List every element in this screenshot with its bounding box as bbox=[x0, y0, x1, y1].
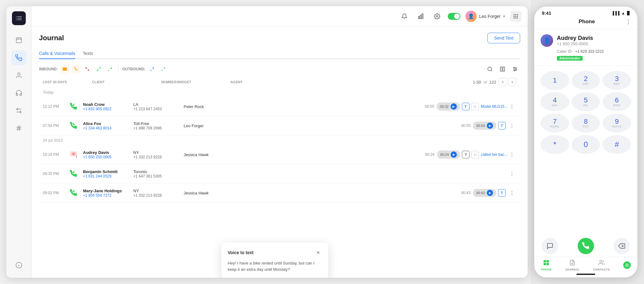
dial-key-1[interactable]: 1 bbox=[541, 71, 569, 90]
search-icon[interactable] bbox=[485, 64, 495, 74]
transcript-button[interactable]: T bbox=[498, 122, 506, 129]
svg-rect-31 bbox=[500, 67, 502, 71]
contact-avatar: 👤 bbox=[541, 34, 553, 47]
dial-key-9[interactable]: 9WXYZ bbox=[602, 114, 631, 133]
more-button[interactable]: ⋮ bbox=[508, 150, 516, 159]
settings-icon[interactable] bbox=[431, 11, 443, 22]
call-number: NY +1 332 213 9228 bbox=[133, 188, 184, 198]
filter-settings-icon[interactable] bbox=[510, 64, 520, 74]
battery-icon: ▉ bbox=[627, 11, 630, 15]
col-number[interactable]: NUMBER/WIDGET bbox=[161, 80, 205, 84]
dial-key-star[interactable]: * bbox=[541, 135, 569, 154]
filter-inbound-missed[interactable] bbox=[83, 65, 92, 74]
filter-inbound-received[interactable] bbox=[94, 65, 103, 74]
phone-nav-menu[interactable] bbox=[623, 261, 631, 270]
note-button[interactable]: □ bbox=[471, 103, 479, 110]
status-toggle[interactable] bbox=[448, 13, 460, 20]
phone-nav-contacts[interactable]: CONTACTS bbox=[593, 259, 610, 271]
dial-key-3[interactable]: 3DEF bbox=[602, 71, 631, 90]
client-phone: +1 831 244 0529 bbox=[83, 174, 133, 178]
call-agent: Jessica Hawk bbox=[184, 152, 425, 157]
dial-key-5[interactable]: 5JKL bbox=[572, 92, 600, 111]
inbound-label: INBOUND: bbox=[39, 67, 58, 71]
phone-nav-journal-icon bbox=[569, 259, 575, 267]
number-phone: +1 213 647 2453 bbox=[133, 107, 184, 111]
phone-nav: PHONE JOURNAL CONTACTS bbox=[534, 257, 637, 272]
voice-popup-text: Hey! I have a bike rented until Sunday, … bbox=[228, 260, 322, 272]
svg-rect-45 bbox=[547, 263, 549, 265]
dial-key-4[interactable]: 4GHI bbox=[541, 92, 569, 111]
dial-key-6[interactable]: 6MNO bbox=[602, 92, 631, 111]
table-row[interactable]: 09:02 PM Mary-Jane Holdings +1 855 550 7… bbox=[39, 183, 520, 203]
play-button[interactable]: ▶ bbox=[451, 151, 457, 158]
message-button[interactable] bbox=[542, 238, 558, 254]
play-button[interactable]: ▶ bbox=[487, 190, 493, 196]
pagination-prev[interactable]: ‹ bbox=[499, 78, 507, 86]
call-client: Mary-Jane Holdings +1 855 550 7272 bbox=[83, 188, 133, 198]
pagination-next[interactable]: › bbox=[508, 78, 516, 86]
table-row[interactable]: 12:12 PM Noah Crow +1 832 955 0922 bbox=[39, 97, 520, 116]
call-badge: 00:24 ▶ bbox=[437, 150, 460, 159]
sidebar-item-transfer[interactable] bbox=[11, 103, 26, 118]
more-button[interactable]: ⋮ bbox=[508, 169, 516, 178]
home-indicator bbox=[576, 274, 595, 275]
pagination-end: 30 bbox=[476, 80, 481, 85]
pagination-of: of bbox=[483, 80, 487, 85]
sidebar-item-calendar[interactable] bbox=[11, 33, 26, 48]
sidebar-item-support[interactable] bbox=[11, 258, 26, 273]
columns-icon[interactable] bbox=[497, 64, 508, 74]
dialpad-icon[interactable] bbox=[510, 11, 521, 22]
sidebar-item-phone[interactable] bbox=[11, 50, 26, 65]
svg-line-25 bbox=[97, 69, 99, 71]
transcript-button[interactable]: T bbox=[498, 189, 506, 197]
phone-nav-journal[interactable]: JOURNAL bbox=[565, 259, 580, 271]
svg-line-8 bbox=[19, 126, 20, 131]
tab-texts[interactable]: Texts bbox=[83, 48, 93, 59]
filter-outbound-2[interactable] bbox=[159, 65, 168, 74]
more-button[interactable]: ⋮ bbox=[508, 188, 516, 197]
user-info[interactable]: 👤 Leo Forger ▾ bbox=[465, 11, 505, 22]
sidebar-item-hashtag[interactable] bbox=[11, 121, 26, 136]
phone-more-icon[interactable]: ⋮ bbox=[625, 18, 631, 25]
note-preview: Model MLG15... bbox=[481, 104, 508, 109]
dial-key-0[interactable]: 0 bbox=[572, 135, 600, 154]
filter-inbound-voicemail1[interactable] bbox=[60, 65, 69, 74]
filter-outbound-1[interactable] bbox=[148, 65, 157, 74]
play-button[interactable]: ▶ bbox=[451, 103, 457, 110]
transcript-button[interactable]: T bbox=[462, 103, 469, 110]
sidebar-item-contacts[interactable] bbox=[11, 68, 26, 83]
call-number: Toronto +1 647 361 5305 bbox=[133, 169, 184, 178]
table-row[interactable]: 09:33 PM Benjamin Schmitt +1 831 244 052… bbox=[39, 164, 520, 183]
sidebar-item-headset[interactable] bbox=[11, 85, 26, 101]
number-label: Toll-Free bbox=[133, 121, 184, 126]
more-button[interactable]: ⋮ bbox=[508, 121, 516, 130]
dial-key-8[interactable]: 8TUV bbox=[572, 114, 600, 133]
table-row[interactable]: 07:54 PM Alice Fox +1 334 463 8014 bbox=[39, 116, 520, 135]
dial-key-2[interactable]: 2ABC bbox=[572, 71, 600, 90]
filter-inbound-voicemail2[interactable] bbox=[72, 65, 80, 74]
chart-icon[interactable] bbox=[415, 11, 426, 22]
voice-popup-close[interactable]: ✕ bbox=[314, 249, 322, 256]
tab-calls-voicemails[interactable]: Calls & Voicemails bbox=[39, 48, 75, 59]
phone-header: Phone ⋮ bbox=[534, 18, 637, 29]
number-phone: +1 888 708 2096 bbox=[133, 126, 184, 130]
more-button[interactable]: ⋮ bbox=[508, 102, 516, 111]
col-last30[interactable]: LAST 30 DAYS bbox=[43, 80, 67, 84]
call-time: 09:02 PM bbox=[43, 191, 68, 195]
note-button[interactable]: □ bbox=[471, 151, 479, 158]
table-row[interactable]: 10:18 PM Audrey Davis +1 650 250 0005 bbox=[39, 145, 520, 164]
call-button[interactable] bbox=[578, 238, 594, 254]
dialpad-grid: 1 2ABC 3DEF 4GHI 5JKL 6MNO 7PQRS 8TUV 9W… bbox=[541, 71, 631, 154]
phone-nav-phone[interactable]: PHONE bbox=[541, 259, 552, 271]
play-button[interactable]: ▶ bbox=[487, 123, 493, 129]
svg-line-30 bbox=[491, 70, 492, 71]
send-text-button[interactable]: Send Text bbox=[487, 33, 520, 43]
dial-key-7[interactable]: 7PQRS bbox=[541, 114, 569, 133]
transcript-button[interactable]: T bbox=[462, 151, 469, 158]
filter-inbound-green2[interactable] bbox=[106, 65, 114, 74]
backspace-button[interactable] bbox=[613, 238, 630, 254]
notification-icon[interactable] bbox=[399, 11, 410, 22]
dial-key-hash[interactable]: # bbox=[602, 135, 631, 154]
caller-id-value: +1 929 333-2222 bbox=[575, 49, 604, 54]
svg-point-36 bbox=[514, 67, 515, 68]
